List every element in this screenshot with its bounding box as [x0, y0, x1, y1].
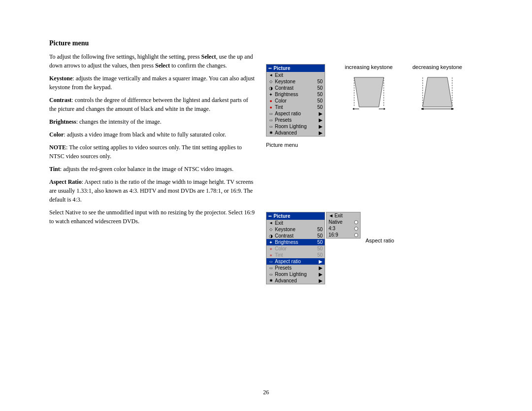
- menu1-screenshot: •• Picture ◄ Exit ◇ Keystone 50 ◑ Contra…: [266, 64, 325, 137]
- submenu-item-169: 16:9: [327, 232, 360, 238]
- menu1-item-presets: ▭ Presets ▶: [266, 117, 325, 123]
- menu1-item-advanced: ✱ Advanced ▶: [266, 130, 325, 136]
- menu1-label-container: Picture menu: [266, 141, 325, 149]
- decreasing-keystone-diagram: decreasing keystone: [412, 64, 462, 112]
- increasing-keystone-label: increasing keystone: [345, 64, 393, 70]
- menu2-item-color: ● Color 50: [266, 245, 325, 252]
- contrast2-icon: ◑: [268, 234, 273, 239]
- contrast-label: Contrast: [275, 85, 294, 91]
- menu2-dots: ••: [268, 214, 271, 219]
- submenu-native-label: Native: [329, 219, 342, 225]
- menu1-item-brightness: ✦ Brightness 50: [266, 91, 325, 98]
- keystone-desc: Keystone: adjusts the image vertically a…: [49, 74, 256, 92]
- room-lighting2-label: Room Lighting: [275, 272, 306, 277]
- keystone-label: Keystone: [275, 79, 296, 84]
- submenu-exit-icon: ◄: [329, 213, 333, 218]
- menu2-item-tint: ● Tint 50: [266, 252, 325, 258]
- presets2-icon: ▭: [268, 266, 273, 271]
- keystone2-label: Keystone: [275, 227, 296, 232]
- contrast-value: 50: [317, 85, 323, 91]
- tint2-icon: ●: [268, 253, 273, 258]
- menu1-title: Picture: [273, 66, 290, 71]
- menu2-screenshot: •• Picture ◄ Exit ◇ Keystone 50 ◑ Contra…: [266, 212, 325, 284]
- advanced-label: Advanced: [275, 130, 297, 136]
- menu2-item-advanced: ✱ Advanced ▶: [266, 277, 325, 284]
- menu1-item-room-lighting: ▭ Room Lighting ▶: [266, 123, 325, 130]
- menu2-item-keystone: ◇ Keystone 50: [266, 226, 325, 233]
- decreasing-keystone-label: decreasing keystone: [412, 64, 462, 70]
- aspect2-label: Aspect ratio: [275, 259, 301, 264]
- keystone-icon: ◇: [268, 79, 273, 84]
- advanced2-arrow: ▶: [319, 278, 323, 283]
- aspect2-icon: ▭: [268, 259, 273, 264]
- menu1-label: Picture menu: [266, 142, 298, 148]
- brightness-label: Brightness: [275, 92, 298, 97]
- brightness2-value: 50: [317, 240, 323, 245]
- svg-marker-0: [354, 77, 384, 107]
- menu1-item-contrast: ◑ Contrast 50: [266, 85, 325, 91]
- color-desc: Color: adjusts a video image from black …: [49, 130, 256, 139]
- contrast2-value: 50: [317, 233, 323, 239]
- room-lighting-arrow: ▶: [319, 124, 323, 129]
- menu2-item-brightness: ✦ Brightness 50: [266, 239, 325, 245]
- aspect2-arrow: ▶: [319, 259, 323, 264]
- svg-marker-7: [423, 77, 452, 107]
- presets2-label: Presets: [275, 265, 292, 271]
- decreasing-keystone-svg: [420, 72, 455, 112]
- aspect-label: Aspect ratio: [275, 111, 301, 116]
- menu1-item-aspect: ▭ Aspect ratio ▶: [266, 110, 325, 117]
- contrast-desc: Contrast: controls the degree of differe…: [49, 96, 256, 113]
- submenu-exit-label: Exit: [334, 213, 343, 218]
- aspect-arrow: ▶: [319, 111, 323, 116]
- presets-icon: ▭: [268, 118, 273, 123]
- brightness2-label: Brightness: [275, 240, 298, 245]
- brightness-value: 50: [317, 92, 323, 97]
- submenu-label: Aspect ratio: [366, 238, 394, 243]
- advanced2-icon: ✱: [268, 278, 273, 283]
- tint-icon: ●: [268, 105, 273, 110]
- exit2-label: Exit: [275, 220, 283, 226]
- exit2-icon: ◄: [268, 221, 273, 226]
- submenu-169-label: 16:9: [329, 232, 338, 238]
- exit-icon: ◄: [268, 73, 273, 78]
- exit-label: Exit: [275, 72, 283, 78]
- menu2-title-bar: •• Picture: [266, 212, 325, 220]
- color2-icon: ●: [268, 246, 273, 251]
- tint-label: Tint: [275, 104, 283, 110]
- tint2-value: 50: [317, 252, 323, 258]
- contrast-icon: ◑: [268, 86, 273, 91]
- submenu-43-label: 4:3: [329, 226, 335, 231]
- content-area: Picture menu To adjust the following fiv…: [49, 39, 256, 230]
- note-desc: NOTE: The color setting applies to video…: [49, 143, 256, 161]
- submenu-item-exit: ◄ Exit: [327, 212, 360, 219]
- menu1-item-color: ● Color 50: [266, 98, 325, 104]
- color2-value: 50: [317, 246, 323, 251]
- menu1-dots: ••: [268, 66, 271, 71]
- tint2-label: Tint: [275, 252, 283, 258]
- room-lighting-label: Room Lighting: [275, 124, 306, 129]
- submenu-item-43: 4:3: [327, 225, 360, 232]
- submenu-popup: ◄ Exit Native 4:3 16:9: [326, 212, 361, 239]
- color2-label: Color: [275, 246, 287, 251]
- menu2-item-contrast: ◑ Contrast 50: [266, 233, 325, 239]
- keystone2-icon: ◇: [268, 227, 273, 232]
- menu2-title: Picture: [273, 213, 290, 219]
- menu1-title-bar: •• Picture: [266, 65, 325, 72]
- presets2-arrow: ▶: [319, 265, 323, 271]
- select-native-desc: Select Native to see the unmodified inpu…: [49, 208, 256, 226]
- color-label: Color: [275, 98, 287, 103]
- aspect-icon: ▭: [268, 111, 273, 116]
- advanced-icon: ✱: [268, 131, 273, 136]
- page-container: Picture menu To adjust the following fiv…: [0, 0, 532, 411]
- increasing-keystone-svg: [352, 72, 386, 112]
- page-title: Picture menu: [49, 39, 256, 47]
- menu1-area: •• Picture ◄ Exit ◇ Keystone 50 ◑ Contra…: [266, 64, 325, 149]
- color-value: 50: [317, 98, 323, 103]
- menu2-item-presets: ▭ Presets ▶: [266, 265, 325, 271]
- submenu-item-native: Native: [327, 219, 360, 225]
- advanced2-label: Advanced: [275, 278, 297, 283]
- menu1-item-tint: ● Tint 50: [266, 104, 325, 110]
- brightness2-icon: ✦: [268, 240, 273, 245]
- menu2-item-aspect: ▭ Aspect ratio ▶: [266, 258, 325, 265]
- intro-paragraph: To adjust the following five settings, h…: [49, 52, 256, 70]
